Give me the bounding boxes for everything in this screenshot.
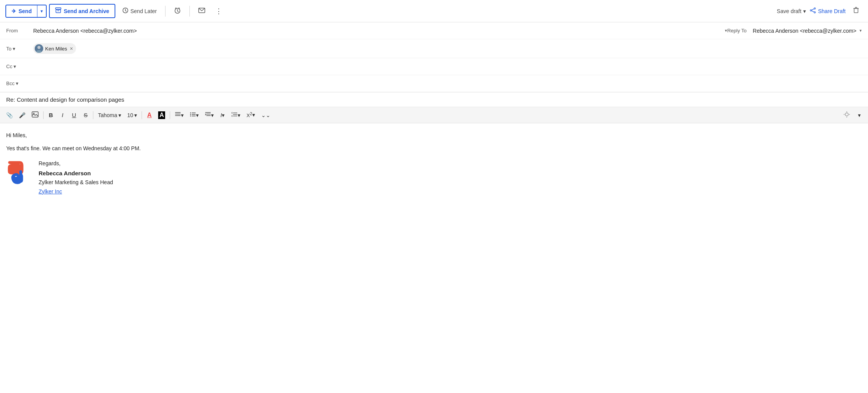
to-label[interactable]: To ▾ bbox=[6, 46, 33, 52]
align-icon bbox=[175, 112, 181, 118]
remove-recipient-button[interactable]: × bbox=[70, 46, 73, 51]
italic-button[interactable]: I bbox=[57, 110, 68, 120]
cc-label[interactable]: Cc ▾ bbox=[6, 64, 16, 69]
svg-rect-1 bbox=[56, 10, 61, 13]
paperclip-icon: 📎 bbox=[6, 112, 13, 118]
bold-icon: B bbox=[49, 112, 53, 118]
bcc-text: Bcc bbox=[6, 81, 15, 86]
to-row: To ▾ Ken Miles × bbox=[0, 39, 868, 58]
top-toolbar: ✈ Send ▾ Send and Archive Send Later bbox=[0, 0, 868, 22]
svg-point-23 bbox=[37, 46, 41, 49]
from-row: From Rebecca Anderson <rebecca@zylker.co… bbox=[0, 22, 868, 39]
subject-text: Re: Content and design for comparison pa… bbox=[6, 96, 124, 103]
greeting-line: Hi Miles, bbox=[6, 131, 862, 139]
body-line1: Yes that's fine. We can meet on Wednesda… bbox=[6, 144, 862, 153]
subject-row[interactable]: Re: Content and design for comparison pa… bbox=[0, 92, 868, 107]
svg-point-13 bbox=[814, 8, 816, 9]
clock-icon bbox=[122, 7, 128, 15]
from-label: From bbox=[6, 28, 33, 34]
svg-point-31 bbox=[190, 114, 191, 115]
svg-line-10 bbox=[179, 8, 180, 8]
sig-company-link[interactable]: Zylker Inc bbox=[39, 188, 62, 195]
save-draft-button[interactable]: Save draft ▾ bbox=[777, 8, 806, 14]
svg-point-32 bbox=[190, 116, 191, 116]
list-button[interactable]: ▾ bbox=[187, 110, 201, 120]
svg-rect-17 bbox=[854, 8, 858, 13]
underline-icon: U bbox=[72, 112, 76, 118]
text-style-button[interactable]: I ▾ bbox=[218, 111, 228, 120]
email-signature: Regards, Rebecca Anderson Zylker Marketi… bbox=[6, 159, 862, 196]
send-later-label: Send Later bbox=[130, 8, 157, 14]
font-color-button[interactable]: A bbox=[144, 110, 154, 120]
send-button[interactable]: ✈ Send bbox=[6, 5, 37, 17]
reply-to-section: Reply To Rebecca Anderson <rebecca@zylke… bbox=[727, 28, 862, 34]
email-fields: From Rebecca Anderson <rebecca@zylker.co… bbox=[0, 22, 868, 92]
highlight-button[interactable]: A bbox=[156, 110, 167, 121]
svg-rect-0 bbox=[56, 8, 61, 9]
to-field: Ken Miles × bbox=[33, 43, 76, 54]
avatar bbox=[35, 44, 43, 53]
indent-button[interactable]: ▾ bbox=[203, 110, 216, 120]
indent-dropdown-icon: ▾ bbox=[211, 112, 214, 118]
more-options-button[interactable]: ⋮ bbox=[212, 4, 225, 18]
microphone-icon: 🎤 bbox=[19, 112, 25, 118]
font-dropdown-icon: ▾ bbox=[118, 112, 121, 118]
bold-button[interactable]: B bbox=[46, 110, 56, 120]
svg-point-12 bbox=[811, 10, 812, 11]
superscript-dropdown-icon: ▾ bbox=[252, 112, 255, 118]
share-draft-button[interactable]: Share Draft bbox=[810, 7, 846, 15]
reply-to-dropdown-icon[interactable]: ▾ bbox=[860, 28, 862, 33]
cc-chevron-icon: ▾ bbox=[14, 64, 16, 69]
font-size-selector[interactable]: 10 ▾ bbox=[125, 111, 140, 119]
more-format-icon: ⌄⌄ bbox=[261, 112, 270, 118]
image-icon bbox=[32, 111, 39, 119]
separator bbox=[165, 6, 165, 17]
schedule-button[interactable] bbox=[169, 4, 186, 18]
svg-point-14 bbox=[814, 12, 816, 13]
send-archive-button[interactable]: Send and Archive bbox=[49, 4, 115, 18]
fmt-sep4 bbox=[170, 111, 170, 119]
format-expand-button[interactable]: ▾ bbox=[854, 111, 864, 120]
send-dropdown-button[interactable]: ▾ bbox=[37, 5, 46, 17]
superscript-button[interactable]: X2 ▾ bbox=[244, 110, 257, 120]
sig-title: Zylker Marketing & Sales Head bbox=[39, 178, 113, 187]
recipient-name: Ken Miles bbox=[45, 46, 67, 52]
send-later-button[interactable]: Send Later bbox=[118, 5, 162, 17]
bcc-label[interactable]: Bcc ▾ bbox=[6, 81, 19, 86]
alarm-icon bbox=[174, 7, 181, 15]
font-family-selector[interactable]: Tahoma ▾ bbox=[96, 111, 123, 119]
align-button[interactable]: ▾ bbox=[172, 110, 186, 120]
line-spacing-button[interactable]: ▾ bbox=[229, 110, 243, 120]
reply-to-label: Reply To bbox=[727, 28, 746, 34]
list-dropdown-icon: ▾ bbox=[196, 112, 199, 118]
strikethrough-button[interactable]: S bbox=[81, 110, 91, 120]
inbox-button[interactable] bbox=[194, 5, 210, 17]
audio-button[interactable]: 🎤 bbox=[17, 111, 28, 120]
delete-button[interactable] bbox=[849, 5, 863, 17]
format-toolbar: 📎 🎤 B I U S Tahoma ▾ 10 ▾ A bbox=[0, 107, 868, 123]
more-format-button[interactable]: ⌄⌄ bbox=[259, 111, 273, 120]
svg-line-15 bbox=[812, 9, 814, 10]
share-icon bbox=[810, 7, 816, 15]
share-draft-label: Share Draft bbox=[818, 8, 846, 14]
svg-line-5 bbox=[125, 11, 127, 12]
attach-button[interactable]: 📎 bbox=[4, 111, 15, 120]
cc-row[interactable]: Cc ▾ bbox=[0, 58, 868, 75]
text-style-dropdown-icon: ▾ bbox=[222, 112, 225, 118]
fmt-sep1 bbox=[43, 111, 44, 119]
right-actions: Save draft ▾ Share Draft bbox=[777, 5, 863, 17]
list-icon bbox=[190, 112, 196, 118]
bcc-chevron-icon: ▾ bbox=[16, 81, 19, 86]
separator2 bbox=[189, 6, 190, 17]
archive-icon bbox=[55, 7, 61, 15]
svg-line-9 bbox=[176, 8, 176, 8]
strikethrough-icon: S bbox=[84, 112, 88, 118]
recipient-chip: Ken Miles × bbox=[33, 43, 76, 54]
svg-line-8 bbox=[177, 11, 179, 12]
theme-button[interactable] bbox=[841, 109, 853, 121]
bcc-row[interactable]: Bcc ▾ bbox=[0, 75, 868, 92]
underline-button[interactable]: U bbox=[69, 110, 79, 120]
image-button[interactable] bbox=[29, 110, 41, 120]
envelope-icon bbox=[198, 8, 205, 14]
email-body[interactable]: Hi Miles, Yes that's fine. We can meet o… bbox=[0, 123, 868, 204]
